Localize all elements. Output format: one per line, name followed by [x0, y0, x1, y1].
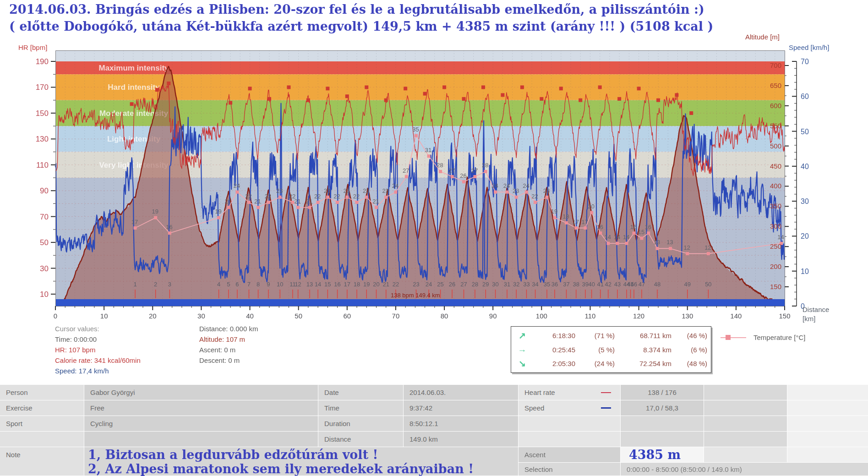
flat-distance: 8.374 km	[615, 346, 671, 354]
ascent-label: Ascent	[519, 447, 620, 462]
empty-cell	[0, 432, 84, 447]
exercise-title-line2: ( előtte Dobogókő, utána Két-bükkfa azér…	[9, 18, 713, 35]
heart-rate-label-text: Heart rate	[524, 388, 555, 396]
speed-label: Speed	[519, 400, 620, 416]
descending-distance: 72.254 km	[615, 360, 671, 367]
empty-cell	[704, 432, 787, 447]
cursor-values-heading: Cursor values:	[55, 325, 141, 335]
distance-axis-title: Distance [km]	[802, 305, 829, 323]
date-label: Date	[318, 385, 403, 400]
exercise-title: 2014.06.03. Bringás edzés a Pilisben: 20…	[9, 1, 713, 35]
descending-distance-percent: (48 %)	[671, 360, 707, 367]
ascent-value: 4385 m	[621, 447, 704, 462]
duration-value: 8:50:12.1	[404, 416, 518, 431]
time-value: 9:37:42	[404, 400, 518, 416]
note-label: Note	[0, 447, 84, 476]
ascent-descent-stats-box: ↗ 6:18:30 (71 %) 68.711 km (46 %) → 0:25…	[511, 326, 711, 373]
distance-axis-title-line1: Distance	[802, 305, 829, 314]
heart-rate-value: 138 / 176	[621, 385, 704, 400]
descending-time-percent: (24 %)	[575, 360, 615, 367]
cursor-calorie-rate: Calorie rate: 341 kcal/60min	[55, 356, 141, 367]
temperature-legend-marker-icon	[726, 335, 731, 340]
ascending-time-percent: (71 %)	[575, 332, 615, 339]
descending-arrow-icon: ↘	[511, 358, 533, 369]
cursor-values-right-column: Distance: 0.000 km Altitude: 107 m Ascen…	[199, 325, 258, 367]
speed-axis-title: Speed [km/h]	[789, 44, 829, 51]
speed-line-icon	[601, 407, 611, 409]
temperature-legend-line-icon	[721, 337, 746, 338]
selection-label: Selection	[519, 463, 620, 476]
ascending-arrow-icon: ↗	[511, 330, 533, 341]
heart-rate-label: Heart rate	[519, 385, 620, 400]
selection-value: 0:00:00 - 8:50:00 (8:50:00 / 149.0 km)	[621, 463, 868, 476]
empty-cell	[704, 385, 787, 400]
empty-cell	[704, 400, 787, 416]
descending-time: 2:05:30	[533, 360, 575, 367]
ascending-distance: 68.711 km	[615, 332, 671, 339]
empty-cell	[787, 432, 868, 447]
altitude-axis-title: Altitude [m]	[745, 33, 780, 41]
cursor-ascent: Ascent: 0 m	[199, 346, 258, 356]
distance-axis-title-line2: [km]	[802, 314, 829, 323]
cursor-time: Time: 0:00:00	[55, 335, 141, 346]
empty-cell	[704, 416, 787, 431]
exercise-value: Free	[84, 400, 318, 416]
empty-cell	[519, 416, 620, 431]
empty-cell	[787, 416, 868, 431]
exercise-label: Exercise	[0, 400, 84, 416]
note-line1: 1, Biztosan a legdurvább edzőtúrám volt …	[88, 448, 518, 462]
flat-arrow-icon: →	[511, 345, 533, 355]
cursor-values-left-column: Cursor values: Time: 0:00:00 HR: 107 bpm…	[55, 325, 141, 378]
temperature-legend: Temperature [°C]	[721, 334, 806, 341]
cursor-speed: Speed: 17,4 km/h	[55, 367, 141, 378]
empty-cell	[621, 432, 704, 447]
note-line2: 2, Az Alpesi maratonok sem ily meredekek…	[88, 462, 518, 476]
heart-rate-line-icon	[601, 392, 611, 393]
empty-cell	[704, 447, 787, 462]
polar-training-software-window: 2014.06.03. Bringás edzés a Pilisben: 20…	[0, 0, 868, 476]
exercise-title-line1: 2014.06.03. Bringás edzés a Pilisben: 20…	[9, 1, 713, 18]
cursor-altitude: Altitude: 107 m	[199, 335, 258, 346]
cursor-hr: HR: 107 bpm	[55, 346, 141, 356]
empty-cell	[84, 432, 318, 447]
distance-label: Distance	[318, 432, 403, 447]
flat-time: 0:25:45	[533, 346, 575, 354]
flat-distance-percent: (6 %)	[671, 346, 707, 354]
ascending-distance-percent: (46 %)	[671, 332, 707, 339]
sport-label: Sport	[0, 416, 84, 431]
duration-label: Duration	[318, 416, 403, 431]
cursor-descent: Descent: 0 m	[199, 356, 258, 367]
person-value: Gabor Györgyi	[84, 385, 318, 400]
hr-axis-title: HR [bpm]	[18, 44, 47, 51]
sport-value: Cycling	[84, 416, 318, 431]
temperature-legend-label: Temperature [°C]	[753, 334, 806, 341]
ascending-time: 6:18:30	[533, 332, 575, 339]
empty-cell	[787, 385, 868, 400]
person-label: Person	[0, 385, 84, 400]
cursor-distance: Distance: 0.000 km	[199, 325, 258, 335]
empty-cell	[519, 432, 620, 447]
empty-cell	[787, 400, 868, 416]
stats-row-ascending: ↗ 6:18:30 (71 %) 68.711 km (46 %)	[511, 330, 711, 341]
flat-time-percent: (5 %)	[575, 346, 615, 354]
empty-cell	[621, 416, 704, 431]
time-label: Time	[318, 400, 403, 416]
date-value: 2014.06.03.	[404, 385, 518, 400]
speed-value: 17,0 / 58,3	[621, 400, 704, 416]
empty-cell	[787, 447, 868, 462]
distance-value: 149.0 km	[404, 432, 518, 447]
stats-row-flat: → 0:25:45 (5 %) 8.374 km (6 %)	[511, 345, 711, 355]
stats-row-descending: ↘ 2:05:30 (24 %) 72.254 km (48 %)	[511, 358, 711, 369]
exercise-info-table: Person Gabor Györgyi Date 2014.06.03. He…	[0, 385, 868, 476]
speed-label-text: Speed	[524, 404, 544, 412]
note-text: 1, Biztosan a legdurvább edzőtúrám volt …	[84, 447, 518, 476]
